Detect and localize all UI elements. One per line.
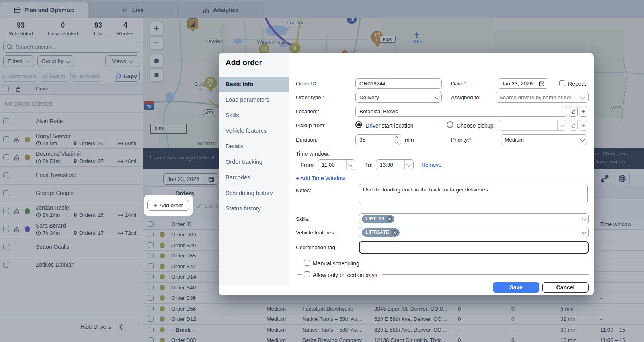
- vehicle-features-label: Vehicle features:: [296, 230, 336, 236]
- location-input[interactable]: Botanical Brews: [355, 106, 567, 117]
- priority-select[interactable]: Medium: [501, 134, 587, 145]
- chevron-down-icon: [582, 229, 587, 234]
- to-label: To:: [365, 162, 373, 168]
- save-button[interactable]: Save: [493, 282, 539, 293]
- vehicle-feature-tag: LIFTGATE✕: [362, 228, 400, 237]
- remove-time-window-link[interactable]: Remove: [422, 162, 441, 168]
- skills-tag-input[interactable]: LIFT_50✕: [359, 213, 589, 224]
- plus-icon: +: [153, 202, 157, 209]
- order-id-input[interactable]: OR019244: [355, 78, 442, 89]
- notes-textarea[interactable]: Use the loading dock in the back for lar…: [359, 184, 588, 204]
- pencil-icon: [571, 109, 576, 114]
- add-order-spotlight: + Add order: [144, 195, 193, 216]
- location-label: Location:*: [296, 108, 320, 114]
- time-from-select[interactable]: 11:00: [318, 159, 355, 170]
- pickup-from-label: Pickup from:: [296, 122, 326, 128]
- add-order-modal: Add order Basic Info Load parameters Ski…: [219, 53, 594, 295]
- modal-nav-order-tracking[interactable]: Order tracking: [219, 154, 289, 170]
- chevron-down-icon: [582, 216, 587, 221]
- driver-start-location-radio[interactable]: [355, 121, 362, 128]
- pickup-select[interactable]: [499, 120, 566, 131]
- duration-label: Duration:: [296, 137, 318, 143]
- from-label: From:: [301, 162, 315, 168]
- cancel-button[interactable]: Cancel: [542, 282, 589, 293]
- add-time-window-link[interactable]: + Add Time Window: [296, 175, 345, 181]
- modal-nav-status-history[interactable]: Status history: [219, 201, 289, 216]
- priority-label: Priority:*: [451, 137, 471, 143]
- choose-pickup-label: Choose pickup:: [457, 122, 495, 129]
- pencil-icon: [571, 123, 576, 128]
- time-window-label: Time window:: [296, 151, 330, 157]
- date-label: Date:*: [451, 81, 466, 86]
- modal-title: Add order: [226, 58, 262, 67]
- add-order-button[interactable]: + Add order: [147, 200, 189, 211]
- repeat-checkbox[interactable]: [559, 80, 565, 86]
- vehicle-features-tag-input[interactable]: LIFTGATE✕: [359, 227, 589, 238]
- remove-tag-icon[interactable]: ✕: [392, 230, 398, 236]
- driver-start-location-label: Driver start location: [365, 122, 414, 129]
- chevron-down-icon: [578, 135, 587, 145]
- add-location-button[interactable]: +: [579, 106, 587, 117]
- remove-tag-icon[interactable]: ✕: [386, 216, 392, 222]
- choose-pickup-radio[interactable]: [447, 121, 453, 128]
- chevron-down-icon: [557, 120, 566, 130]
- coordination-tag-input[interactable]: [359, 241, 589, 254]
- coordination-tag-label: Coordination tag:: [296, 244, 337, 250]
- manual-scheduling-checkbox[interactable]: [304, 260, 310, 266]
- notes-label: Notes:: [296, 187, 311, 193]
- chevron-down-icon: [433, 92, 441, 102]
- order-type-label: Order type:*: [296, 94, 325, 100]
- app-root: Plan and Optimize Live Analytics 93Sched…: [0, 0, 644, 342]
- calendar-icon: [539, 81, 544, 86]
- date-input[interactable]: Jan 23, 2026: [498, 78, 548, 89]
- modal-nav-scheduling-history[interactable]: Scheduling history: [219, 185, 289, 201]
- repeat-label: Repeat: [568, 81, 586, 87]
- chevron-down-icon: [346, 160, 355, 170]
- order-id-label: Order ID:: [296, 81, 318, 86]
- skill-tag: LIFT_50✕: [362, 215, 394, 223]
- chevron-down-icon: [578, 92, 587, 102]
- order-type-select[interactable]: Delivery: [355, 92, 442, 103]
- modal-nav-skills[interactable]: Skills: [219, 108, 289, 123]
- modal-nav-barcodes[interactable]: Barcodes: [219, 170, 289, 185]
- manual-scheduling-label: Manual scheduling: [313, 260, 359, 267]
- duration-unit: min: [405, 137, 414, 143]
- add-pickup-button[interactable]: +: [579, 120, 587, 131]
- assigned-to-input[interactable]: [496, 92, 589, 103]
- assigned-to-search[interactable]: [500, 94, 575, 100]
- modal-nav-load-parameters[interactable]: Load parameters: [219, 92, 289, 108]
- modal-nav-basic-info[interactable]: Basic Info: [219, 77, 289, 92]
- assigned-to-label: Assigned to:: [451, 94, 480, 100]
- time-to-select[interactable]: 13:30: [376, 159, 414, 170]
- edit-location-button[interactable]: [569, 106, 578, 117]
- certain-days-label: Allow only on certain days: [313, 272, 377, 278]
- chevron-down-icon: [404, 160, 413, 170]
- certain-days-checkbox[interactable]: [304, 271, 310, 277]
- edit-pickup-button[interactable]: [569, 120, 578, 131]
- skills-label: Skills:: [296, 216, 310, 222]
- duration-input[interactable]: 35: [355, 134, 401, 145]
- modal-nav-details[interactable]: Details: [219, 139, 289, 154]
- modal-nav-vehicle-features[interactable]: Vehicle features: [219, 123, 289, 139]
- stepper-icons[interactable]: [392, 135, 401, 145]
